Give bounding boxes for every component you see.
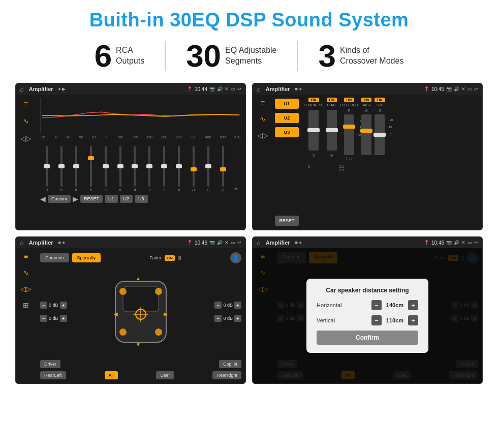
stat-crossover-number: 3 <box>319 40 336 72</box>
vol-fl-minus[interactable]: − <box>40 302 47 309</box>
screen4-dots: ■ ● <box>295 240 302 245</box>
fader-on-badge[interactable]: ON <box>165 255 175 261</box>
spec-wave-icon[interactable]: ∿ <box>23 268 29 277</box>
confirm-btn[interactable]: Confirm <box>317 331 418 345</box>
screen2-window-icon: ▭ <box>468 86 472 92</box>
amp-spk-icon[interactable]: ◁▷ <box>257 131 268 139</box>
loudness-on-badge[interactable]: ON <box>308 98 319 102</box>
amp-side-icons: ≡ ∿ ◁▷ <box>253 95 273 230</box>
screen4-close-icon: ✕ <box>461 240 465 245</box>
amp-eq-icon[interactable]: ≡ <box>261 99 265 107</box>
amp-reset-btn[interactable]: RESET <box>275 216 299 226</box>
amp-u3-btn[interactable]: U3 <box>275 127 299 137</box>
dialog-horizontal-ctrl: − 140cm + <box>371 300 418 310</box>
eq-graph <box>40 98 241 133</box>
amp-wave-icon[interactable]: ∿ <box>260 115 266 123</box>
spec-expand-icon[interactable]: ⊞ <box>23 301 29 309</box>
eq-icon[interactable]: ≡ <box>24 100 28 108</box>
profile-icon[interactable]: 👤 <box>230 252 241 263</box>
horizontal-plus-btn[interactable]: + <box>408 300 418 310</box>
stat-eq: 30 EQ AdjustableSegments <box>166 40 297 72</box>
home-icon: ⌂ <box>20 85 24 93</box>
eq-u3-btn[interactable]: U3 <box>135 195 148 203</box>
eq-slider-10[interactable]: 0 <box>172 146 185 192</box>
eq-slider-7[interactable]: 0 <box>129 146 142 192</box>
phat-on-badge[interactable]: ON <box>327 98 337 102</box>
screen1-side-icons: ≡ ∿ ◁▷ <box>16 95 36 230</box>
driver-btn[interactable]: Driver <box>40 360 60 368</box>
tab-common[interactable]: Common <box>40 253 69 262</box>
eq-slider-4[interactable]: 5 <box>84 146 98 192</box>
eq-slider-3[interactable]: 0 <box>70 146 83 192</box>
vol-fl: − 0 dB + <box>40 302 67 309</box>
vol-fr-plus[interactable]: + <box>234 302 241 309</box>
screen3-back-icon: ↩ <box>237 240 241 245</box>
amp-u2-btn[interactable]: U2 <box>275 113 299 123</box>
vol-rr-plus[interactable]: + <box>234 315 241 322</box>
vol-rl-plus[interactable]: + <box>60 315 67 322</box>
amp-presets-panel: U1 U2 U3 RESET <box>273 95 301 230</box>
eq-slider-5[interactable]: 0 <box>99 146 112 192</box>
copilot-btn[interactable]: Copilot <box>219 360 241 368</box>
dialog-horizontal-label: Horizontal <box>317 302 342 308</box>
eq-custom-btn[interactable]: Custom <box>48 195 71 203</box>
screen4-home-icon: ⌂ <box>257 239 261 247</box>
cutfreq-on-badge[interactable]: ON <box>344 98 355 102</box>
eq-reset-btn[interactable]: RESET <box>80 195 103 203</box>
close-icon: ✕ <box>225 86 229 92</box>
amp-u1-btn[interactable]: U1 <box>275 99 299 109</box>
rearleft-btn[interactable]: RearLeft <box>40 371 66 379</box>
eq-slider-11[interactable]: -1 <box>187 146 200 192</box>
eq-slider-8[interactable]: 0 <box>143 146 156 192</box>
vertical-plus-btn[interactable]: + <box>408 315 418 325</box>
eq-sliders-row: 0 0 0 5 <box>40 141 241 192</box>
screen3-body: ≡ ∿ ◁▷ ⊞ Common Specialty Fader ON <box>16 248 245 383</box>
screen2-camera-icon: 📷 <box>446 86 452 92</box>
phat-label: PHAT <box>327 103 336 107</box>
screen-eq: ⌂ Amplifier ● ▶ 📍 10:44 📷 🔊 ✕ ▭ ↩ ≡ ∿ ◁▷ <box>15 83 246 230</box>
spec-spk-icon[interactable]: ◁▷ <box>20 285 32 293</box>
prev-icon[interactable]: ◀ <box>40 195 46 203</box>
sub-on-badge[interactable]: ON <box>375 98 385 102</box>
screen1-time: 10:44 <box>195 86 207 92</box>
bass-label: BASS <box>362 103 371 107</box>
vol-fl-plus[interactable]: + <box>60 302 67 309</box>
rearright-btn[interactable]: RearRight <box>212 371 241 379</box>
eq-u1-btn[interactable]: U1 <box>105 195 118 203</box>
vertical-minus-btn[interactable]: − <box>371 315 382 325</box>
svg-point-9 <box>155 288 162 295</box>
vol-rr-minus[interactable]: − <box>214 315 222 322</box>
eq-slider-9[interactable]: 0 <box>158 146 171 192</box>
knob-loudness: ON LOUDNESS 0 <box>304 98 324 161</box>
speaker-icon[interactable]: ◁▷ <box>20 134 32 142</box>
dialog-overlay: Car speaker distance setting Horizontal … <box>253 248 482 383</box>
screen2-location-icon: 📍 <box>424 86 429 92</box>
vol-fr-minus[interactable]: − <box>214 302 222 309</box>
vol-rr: − 0 dB + <box>214 315 241 322</box>
eq-slider-6[interactable]: 0 <box>114 146 127 192</box>
horizontal-minus-btn[interactable]: − <box>371 300 382 310</box>
all-btn[interactable]: All <box>105 371 118 379</box>
tab-specialty[interactable]: Specialty <box>72 253 101 262</box>
eq-u2-btn[interactable]: U2 <box>120 195 133 203</box>
vol-rl-minus[interactable]: − <box>40 315 47 322</box>
loudness-label: LOUDNESS <box>304 103 324 107</box>
play-icon[interactable]: ▶ <box>73 195 78 203</box>
eq-slider-1[interactable]: 0 <box>40 146 53 192</box>
stat-rca-label: RCAOutputs <box>116 45 144 67</box>
screen3-status-icons: 📍 10:46 📷 🔊 ✕ ▭ ↩ <box>187 240 241 246</box>
eq-slider-13[interactable]: -1 <box>216 146 230 192</box>
screen2-title: Amplifier <box>266 86 290 92</box>
eq-slider-12[interactable]: 0 <box>202 146 215 192</box>
user-btn[interactable]: User <box>156 371 174 379</box>
horizontal-value: 140cm <box>385 302 405 308</box>
screen-specialty: ⌂ Amplifier ■ ● 📍 10:46 📷 🔊 ✕ ▭ ↩ ≡ ∿ ◁▷ <box>15 236 246 384</box>
wave-icon[interactable]: ∿ <box>23 117 29 125</box>
screen3-volume-icon: 🔊 <box>217 240 223 245</box>
stat-rca: 6 RCAOutputs <box>74 40 165 72</box>
screen3-title: Amplifier <box>29 240 53 246</box>
right-vol-controls: − 0 dB + − 0 dB + <box>214 302 241 322</box>
bass-on-badge[interactable]: ON <box>361 98 372 102</box>
spec-eq-icon[interactable]: ≡ <box>24 252 28 260</box>
eq-slider-2[interactable]: 0 <box>55 146 68 192</box>
